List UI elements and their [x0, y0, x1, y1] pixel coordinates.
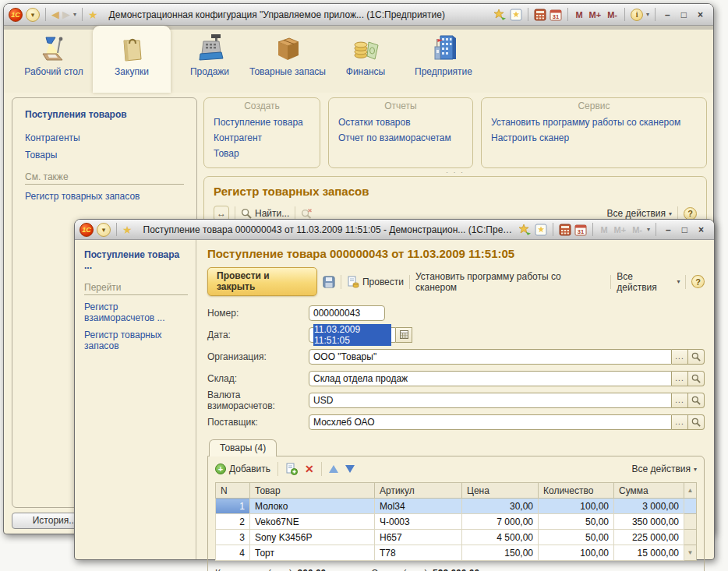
- table-row[interactable]: 1 Молоко Mol34 30,00 100,00 3 000,00: [216, 499, 697, 514]
- memory-mplus-button[interactable]: M+: [588, 10, 603, 19]
- main-menu-button[interactable]: ▾: [26, 8, 40, 22]
- add-favorite-icon[interactable]: [518, 224, 532, 236]
- close-button[interactable]: ×: [694, 224, 708, 235]
- cardboard-box-icon: [270, 31, 305, 65]
- delete-row-button[interactable]: ✕: [305, 463, 314, 474]
- nav-link-stock-register[interactable]: Регистр товарных запасов: [25, 191, 184, 202]
- goods-table: N Товар Артикул Цена Количество Сумма ▲ …: [215, 482, 697, 561]
- service-setup-scanner-link[interactable]: Настроить сканер: [491, 131, 697, 146]
- window-menu-button[interactable]: ▾: [97, 223, 111, 237]
- more-dropdown-icon[interactable]: ▾: [647, 226, 650, 233]
- currency-field[interactable]: USD: [309, 393, 672, 408]
- document-form: Поступление товара 000000043 от 11.03.20…: [196, 240, 714, 559]
- save-button[interactable]: [323, 276, 335, 288]
- warehouse-field[interactable]: Склад отдела продаж: [309, 371, 672, 386]
- currency-open-button[interactable]: [688, 393, 705, 408]
- section-tab-inventory[interactable]: Товарные запасы: [249, 26, 327, 93]
- favorites-star-icon[interactable]: ★: [88, 9, 98, 21]
- close-button[interactable]: ×: [694, 9, 707, 20]
- nav-link-stock-register[interactable]: Регистр товарных запасов: [84, 330, 188, 351]
- supplier-label: Поставщик:: [207, 417, 309, 428]
- post-button[interactable]: Провести: [347, 276, 404, 288]
- maximize-button[interactable]: □: [677, 9, 691, 20]
- all-actions-button[interactable]: Все действия ▾: [632, 463, 697, 474]
- add-favorite-icon[interactable]: [493, 9, 507, 21]
- date-field[interactable]: 11.03.2009 11:51:05: [309, 327, 396, 343]
- doc-nav-heading[interactable]: Поступление товара ...: [84, 249, 188, 271]
- goods-tab-panel: + Добавить ✕ Все действия ▾: [207, 456, 705, 571]
- create-product-link[interactable]: Товар: [214, 146, 310, 162]
- create-goods-receipt-link[interactable]: Поступление товара: [214, 115, 310, 131]
- maximize-button[interactable]: □: [678, 224, 691, 235]
- organization-choose-button[interactable]: ...: [672, 349, 688, 365]
- section-tab-purchases[interactable]: Закупки: [93, 26, 171, 93]
- back-button[interactable]: ◀: [51, 9, 59, 19]
- organization-open-button[interactable]: [688, 349, 705, 365]
- supplier-choose-button[interactable]: ...: [672, 414, 688, 430]
- help-button[interactable]: ?: [691, 275, 705, 288]
- info-icon[interactable]: i: [631, 9, 643, 21]
- warehouse-label: Склад:: [207, 373, 309, 384]
- post-and-close-button[interactable]: Провести и закрыть: [207, 267, 317, 296]
- memory-mminus-button: M-: [631, 225, 644, 234]
- find-button[interactable]: Найти...: [241, 208, 289, 219]
- calendar-icon[interactable]: 31: [550, 9, 562, 21]
- calendar-icon[interactable]: 31: [574, 224, 587, 236]
- supplier-field[interactable]: Мосхлеб ОАО: [309, 414, 672, 430]
- scroll-up-arrow[interactable]: ▲: [684, 483, 697, 499]
- tab-goods[interactable]: Товары (4): [209, 439, 277, 456]
- calculator-icon[interactable]: [559, 224, 571, 236]
- section-tab-desktop[interactable]: Рабочий стол: [15, 26, 93, 93]
- qty-total-label: Количество (итог):: [215, 568, 295, 571]
- table-row[interactable]: 2 Veko67NE Ч-0003 7 000,00 50,00 350 000…: [216, 514, 697, 530]
- info-dropdown-icon[interactable]: ▾: [646, 11, 649, 18]
- table-row[interactable]: 3 Sony K3456P Н657 4 500,00 50,00 225 00…: [216, 530, 697, 545]
- 1c-logo-icon[interactable]: 1С: [80, 223, 94, 237]
- favorites-list-icon[interactable]: [535, 224, 547, 236]
- separator: [656, 223, 656, 236]
- report-stock-link[interactable]: Остатки товаров: [338, 115, 463, 131]
- copy-row-button[interactable]: [285, 463, 298, 475]
- scrollbar-track[interactable]: [684, 530, 697, 545]
- section-tab-sales[interactable]: Продажи: [171, 26, 249, 93]
- currency-choose-button[interactable]: ...: [672, 393, 688, 408]
- service-install-scanner-link[interactable]: Установить программу работы со сканером: [491, 115, 697, 131]
- section-tab-finance[interactable]: Финансы: [327, 26, 405, 93]
- all-actions-button[interactable]: Все действия ▾: [617, 271, 680, 293]
- 1c-logo-icon[interactable]: 1С: [9, 8, 23, 22]
- memory-mminus-button[interactable]: M-: [606, 10, 619, 19]
- splitter-handle[interactable]: · · ·: [203, 168, 707, 176]
- minimize-button[interactable]: –: [661, 9, 674, 20]
- create-counterparty-link[interactable]: Контрагент: [214, 131, 310, 146]
- nav-link-goods[interactable]: Товары: [25, 150, 184, 160]
- add-row-button[interactable]: + Добавить: [215, 463, 270, 474]
- install-scanner-button[interactable]: Установить программу работы со сканером: [415, 271, 599, 293]
- all-actions-button[interactable]: Все действия ▾: [607, 208, 672, 219]
- move-up-button[interactable]: [329, 465, 338, 473]
- nav-heading[interactable]: Поступления товаров: [25, 109, 184, 120]
- separator: [45, 8, 46, 21]
- report-settlements-link[interactable]: Отчет по взаиморасчетам: [338, 131, 463, 146]
- move-down-button[interactable]: [345, 465, 355, 473]
- document-heading: Поступление товара 000000043 от 11.03.20…: [207, 247, 705, 260]
- number-field[interactable]: 000000043: [309, 305, 385, 321]
- scrollbar-track[interactable]: [684, 499, 697, 514]
- scroll-down-arrow[interactable]: ▼: [684, 545, 697, 561]
- magnifier-icon: [691, 396, 701, 405]
- favorites-star-icon[interactable]: ★: [122, 224, 133, 236]
- minimize-button[interactable]: –: [662, 224, 675, 235]
- section-tab-enterprise[interactable]: Предприятие: [405, 26, 482, 93]
- calculator-icon[interactable]: [534, 9, 546, 21]
- history-dropdown-icon[interactable]: ▾: [73, 11, 76, 18]
- warehouse-choose-button[interactable]: ...: [672, 371, 688, 386]
- scrollbar-track[interactable]: [684, 514, 697, 530]
- organization-field[interactable]: ООО "Товары": [309, 349, 672, 365]
- table-row[interactable]: 4 Торт Т78 150,00 100,00 15 000,00 ▼: [216, 545, 697, 561]
- nav-link-counterparties[interactable]: Контрагенты: [25, 132, 184, 143]
- warehouse-open-button[interactable]: [688, 371, 705, 386]
- memory-m-button[interactable]: M: [574, 10, 584, 19]
- favorites-list-icon[interactable]: [510, 9, 522, 21]
- date-picker-button[interactable]: [396, 327, 412, 343]
- nav-link-settlements-register[interactable]: Регистр взаиморасчетов ...: [84, 301, 188, 323]
- supplier-open-button[interactable]: [688, 414, 705, 430]
